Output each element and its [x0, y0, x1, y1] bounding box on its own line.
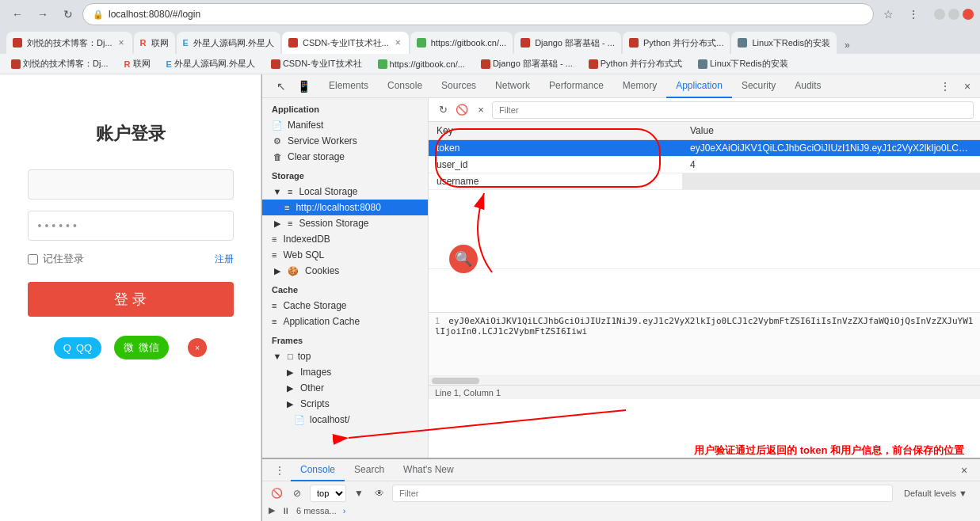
sidebar-frames-scripts[interactable]: ▶ Scripts — [262, 396, 428, 412]
console-level-select[interactable]: Default levels ▼ — [898, 489, 974, 498]
tab-audits[interactable]: Audits — [785, 74, 830, 98]
sidebar-frames-images[interactable]: ▶ Images — [262, 364, 428, 380]
sidebar-frames-localhost[interactable]: 📄 localhost/ — [262, 412, 428, 428]
more-button[interactable]: ⋮ — [902, 3, 925, 25]
close-storage-btn[interactable]: × — [473, 102, 489, 118]
tab-memory[interactable]: Memory — [613, 74, 666, 98]
tab-1[interactable]: R 联网 — [134, 32, 175, 54]
sidebar-clear-storage[interactable]: 🗑 Clear storage — [262, 149, 428, 165]
tab-active-close[interactable]: × — [394, 36, 402, 50]
sidebar-indexeddb[interactable]: ≡ IndexedDB — [262, 231, 428, 247]
address-bar[interactable]: 🔒 localhost:8080/#/login — [82, 3, 874, 25]
console-context-select[interactable]: top — [310, 485, 346, 502]
console-filter-toggle[interactable]: ⊘ — [289, 485, 305, 501]
sidebar-frames-other-label: Other — [300, 382, 324, 394]
console-filter-input[interactable] — [392, 485, 893, 502]
maximize-button[interactable] — [948, 9, 959, 20]
tab-redis[interactable]: Linux下Redis的安装 — [731, 32, 836, 54]
sidebar-cache-storage[interactable]: ≡ Cache Storage — [262, 298, 428, 314]
devtools-header: ↖ 📱 Elements Console Sources Network Per… — [262, 74, 980, 98]
password-input[interactable] — [28, 211, 234, 241]
sidebar-frames-other[interactable]: ▶ Other — [262, 380, 428, 396]
scrollbar-thumb[interactable] — [432, 378, 479, 384]
more-tabs-button[interactable]: » — [841, 36, 853, 54]
bookmark-4[interactable]: https://gitbook.cn/... — [373, 58, 470, 70]
table-row-username[interactable]: username — [429, 173, 980, 190]
tab-network[interactable]: Network — [486, 74, 540, 98]
qq-login-button[interactable]: Q QQ — [54, 337, 101, 359]
console-play-btn[interactable]: ▶ — [269, 505, 275, 515]
wechat-icon: 微 — [124, 340, 134, 355]
sidebar-manifest-label: Manifest — [288, 120, 323, 131]
devtools-more-button[interactable]: ⋮ — [936, 77, 955, 96]
forward-button[interactable]: → — [32, 3, 54, 25]
back-button[interactable]: ← — [6, 3, 29, 25]
remember-checkbox[interactable] — [28, 254, 38, 264]
console-tab-console[interactable]: Console — [291, 459, 345, 481]
sidebar-service-workers[interactable]: ⚙ Service Workers — [262, 133, 428, 149]
console-tab-search[interactable]: Search — [345, 459, 394, 481]
remember-label: 记住登录 — [43, 252, 84, 266]
console-clear-button[interactable]: 🚫 — [269, 485, 284, 501]
tab-performance[interactable]: Performance — [540, 74, 613, 98]
table-row-token[interactable]: token eyJ0eXAiOiJKV1QiLCJhbGciOiJIUzI1Ni… — [429, 140, 980, 157]
register-link[interactable]: 注册 — [215, 253, 234, 266]
refresh-button[interactable]: ↻ — [57, 3, 79, 25]
console-tab-whats-new[interactable]: What's New — [394, 459, 463, 481]
devtools-body: Application 📄 Manifest ⚙ Service Workers… — [262, 98, 980, 458]
wechat-login-button[interactable]: 微 微信 — [114, 336, 169, 359]
username-input[interactable] — [28, 169, 234, 200]
tab-elements[interactable]: Elements — [319, 74, 378, 98]
tab-gitbook[interactable]: https://gitbook.cn/... — [410, 32, 513, 54]
bookmark-2[interactable]: E 外星人源码网.外星人 — [162, 56, 260, 71]
minimize-button[interactable] — [934, 9, 945, 20]
bookmark-6[interactable]: Python 并行分布式式 — [584, 56, 687, 71]
console-drag-handle[interactable]: ⋮ — [269, 465, 291, 476]
tab-2[interactable]: E 外星人源码网.外星人 — [177, 32, 280, 54]
sidebar-app-cache[interactable]: ≡ Application Cache — [262, 314, 428, 329]
sidebar-localhost[interactable]: ≡ http://localhost:8080 — [262, 200, 428, 215]
sidebar-cookies[interactable]: ▶ 🍪 Cookies — [262, 263, 428, 279]
bookmark-0[interactable]: 刘悦的技术博客：Dj... — [6, 56, 113, 71]
sidebar-manifest[interactable]: 📄 Manifest — [262, 117, 428, 133]
device-toolbar-button[interactable]: 📱 — [294, 77, 313, 96]
sidebar-localhost-label: http://localhost:8080 — [296, 202, 380, 213]
tab-python[interactable]: Python 并行分布式... — [623, 32, 730, 54]
inspect-element-button[interactable]: ↖ — [272, 77, 291, 96]
refresh-storage-button[interactable]: ↻ — [435, 102, 451, 118]
tab-title-1: R — [140, 38, 147, 48]
bookmark-5[interactable]: Django 部署基础 - ... — [476, 56, 578, 71]
console-pause-btn[interactable]: ⏸ — [281, 506, 290, 515]
console-expand-btn[interactable]: › — [343, 506, 346, 515]
bookmark-1[interactable]: R 联网 — [120, 56, 155, 71]
tab-application[interactable]: Application — [666, 74, 732, 98]
horizontal-scrollbar[interactable] — [429, 375, 980, 385]
frames-other-icon: ▶ — [284, 383, 296, 394]
console-eye-button[interactable]: 👁 — [372, 485, 387, 501]
table-row-user-id[interactable]: user_id 4 — [429, 157, 980, 173]
sidebar-frames-top[interactable]: ▼ □ top — [262, 348, 428, 364]
console-down-button[interactable]: ▼ — [351, 485, 367, 501]
clear-storage-btn[interactable]: 🚫 — [454, 102, 470, 118]
tab-sources[interactable]: Sources — [432, 74, 486, 98]
sidebar-web-sql[interactable]: ≡ Web SQL — [262, 247, 428, 263]
storage-filter-input[interactable] — [492, 101, 974, 119]
cancel-button[interactable]: × — [188, 338, 207, 357]
tab-0[interactable]: 刘悦的技术博客：Dj... × — [6, 32, 132, 54]
close-button[interactable] — [963, 9, 974, 20]
tab-django[interactable]: Django 部署基础 - ... — [514, 32, 621, 54]
console-close-button[interactable]: × — [955, 461, 974, 480]
star-button[interactable]: ☆ — [877, 3, 899, 25]
devtools-close-button[interactable]: × — [958, 77, 977, 96]
login-button[interactable]: 登 录 — [28, 282, 234, 317]
tab-console[interactable]: Console — [378, 74, 432, 98]
bookmark-7[interactable]: Linux下Redis的安装 — [693, 56, 792, 71]
qq-icon: Q — [63, 342, 71, 354]
sidebar-cache-title: Cache — [262, 279, 428, 298]
tab-close-0[interactable]: × — [117, 36, 126, 50]
sidebar-session-storage[interactable]: ▶ ≡ Session Storage — [262, 215, 428, 231]
sidebar-local-storage[interactable]: ▼ ≡ Local Storage — [262, 184, 428, 200]
tab-active[interactable]: CSDN-专业IT技术社... × — [282, 32, 409, 54]
tab-security[interactable]: Security — [732, 74, 785, 98]
bookmark-3[interactable]: CSDN-专业IT技术社 — [266, 56, 367, 71]
